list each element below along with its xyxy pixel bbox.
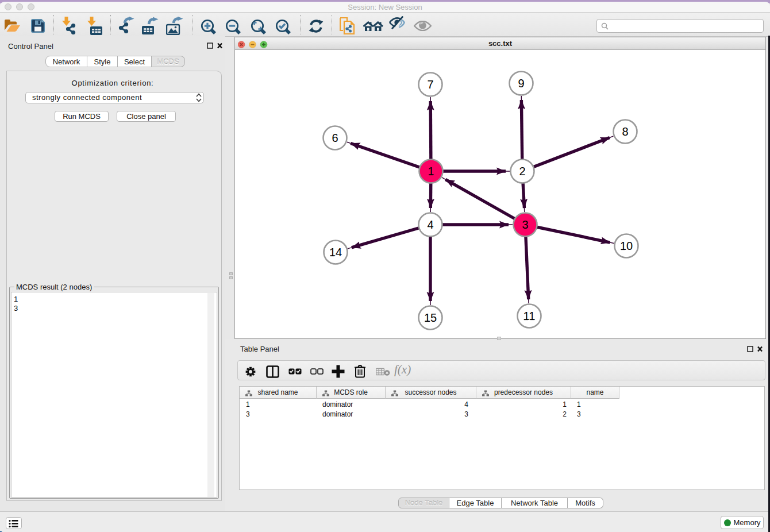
- svg-text:15: 15: [424, 311, 437, 324]
- svg-text:14: 14: [329, 246, 342, 259]
- svg-text:4: 4: [427, 218, 433, 231]
- svg-text:8: 8: [622, 125, 628, 138]
- svg-text:7: 7: [427, 78, 433, 91]
- svg-text:6: 6: [332, 132, 338, 144]
- svg-text:2: 2: [519, 165, 525, 178]
- svg-text:10: 10: [620, 240, 633, 252]
- svg-text:3: 3: [522, 218, 528, 231]
- svg-text:9: 9: [518, 77, 524, 90]
- svg-text:1: 1: [428, 165, 434, 178]
- svg-text:11: 11: [523, 310, 536, 322]
